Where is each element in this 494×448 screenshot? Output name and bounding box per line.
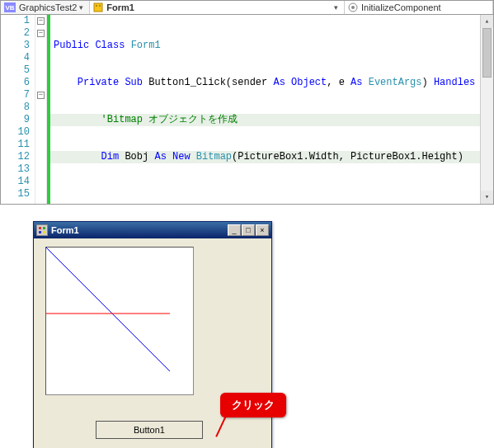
line-number: 14 <box>1 176 30 188</box>
chevron-down-icon: ▾ <box>332 3 341 12</box>
code-text: Private Sub <box>54 77 148 88</box>
editor-nav-bar: VB GraphicsTest2 ▾ Form1 ▾ InitializeCom… <box>0 0 494 15</box>
chevron-down-icon: ▾ <box>77 3 86 12</box>
code-text: EventArgs <box>369 77 422 88</box>
scroll-up-button[interactable]: ▴ <box>481 15 493 28</box>
svg-rect-8 <box>43 231 45 233</box>
method-icon <box>348 2 358 12</box>
vb-icon: VB <box>4 2 16 12</box>
line-number: 6 <box>1 77 30 89</box>
line-number: 10 <box>1 126 30 139</box>
fold-toggle[interactable]: − <box>37 17 45 25</box>
line-number: 11 <box>1 139 30 151</box>
window-title: Form1 <box>51 225 228 235</box>
picturebox1 <box>45 247 194 395</box>
click-callout: クリック <box>220 393 286 417</box>
line-number: 15 <box>1 188 30 200</box>
line-number: 7 <box>1 89 30 101</box>
code-area[interactable]: Public Class Form1 Private Sub Button1_C… <box>50 15 480 204</box>
scroll-down-button[interactable]: ▾ <box>481 191 493 204</box>
line-number: 1 <box>1 15 30 27</box>
project-dropdown[interactable]: VB GraphicsTest2 ▾ <box>1 1 90 14</box>
line-number: 4 <box>1 52 30 64</box>
button1[interactable]: Button1 <box>96 421 203 439</box>
line-number: 5 <box>1 64 30 77</box>
method-dropdown[interactable]: InitializeComponent <box>345 1 493 14</box>
code-text: As <box>351 77 369 88</box>
fold-column: − − − <box>35 15 47 204</box>
method-name: InitializeComponent <box>361 2 441 12</box>
line-number: 8 <box>1 101 30 114</box>
code-text: Form1 <box>131 40 161 51</box>
svg-rect-0 <box>94 3 102 12</box>
code-text: As Object <box>273 77 327 88</box>
form-client-area: Button1 クリック <box>34 238 271 448</box>
project-name: GraphicsTest2 <box>19 2 77 12</box>
callout-label: クリック <box>220 393 286 417</box>
svg-rect-1 <box>96 5 97 7</box>
line-number: 3 <box>1 40 30 52</box>
bitmap-render <box>46 248 195 396</box>
class-dropdown[interactable]: Form1 ▾ <box>90 1 345 14</box>
form-window: Form1 _ □ × Button1 クリック <box>33 221 272 448</box>
svg-rect-2 <box>99 5 101 7</box>
code-text: (PictureBox1.Width, PictureBox1.Height) <box>232 151 463 163</box>
svg-rect-7 <box>39 231 41 233</box>
titlebar[interactable]: Form1 _ □ × <box>34 222 271 238</box>
code-text: Button1_Click(sender <box>148 77 273 88</box>
fold-toggle[interactable]: − <box>37 30 45 37</box>
window-controls: _ □ × <box>228 224 269 236</box>
fold-toggle[interactable]: − <box>37 92 45 99</box>
code-editor: 1 2 3 4 5 6 7 8 9 10 11 12 13 14 15 − − … <box>0 15 494 205</box>
class-icon <box>93 2 103 12</box>
svg-rect-6 <box>43 227 45 229</box>
code-text: Bitmap <box>196 151 232 163</box>
code-text: Public Class <box>54 40 131 51</box>
vertical-scrollbar[interactable]: ▴ ▾ <box>480 15 493 204</box>
scrollbar-thumb[interactable] <box>482 28 492 78</box>
code-text: Dim <box>54 151 125 163</box>
code-text: As New <box>154 151 195 163</box>
callout-pointer <box>215 416 227 437</box>
code-text: 'Bitmap オブジェクトを作成 <box>54 114 238 125</box>
line-number: 12 <box>1 151 30 163</box>
minimize-button[interactable]: _ <box>228 224 241 236</box>
line-number: 2 <box>1 27 30 40</box>
class-name: Form1 <box>106 2 134 12</box>
code-text: Handles <box>434 77 480 88</box>
form-preview-wrap: Form1 _ □ × Button1 クリック <box>33 221 272 448</box>
svg-line-9 <box>46 248 170 371</box>
app-icon <box>36 224 48 236</box>
svg-rect-5 <box>39 227 41 229</box>
close-button[interactable]: × <box>256 224 269 236</box>
line-number: 9 <box>1 114 30 126</box>
maximize-button[interactable]: □ <box>242 224 255 236</box>
code-text: , e <box>327 77 351 88</box>
code-text: ) <box>422 77 434 88</box>
line-number: 13 <box>1 163 30 176</box>
code-text: Bobj <box>125 151 154 163</box>
line-number-gutter: 1 2 3 4 5 6 7 8 9 10 11 12 13 14 15 <box>1 15 35 204</box>
svg-point-4 <box>351 6 355 9</box>
